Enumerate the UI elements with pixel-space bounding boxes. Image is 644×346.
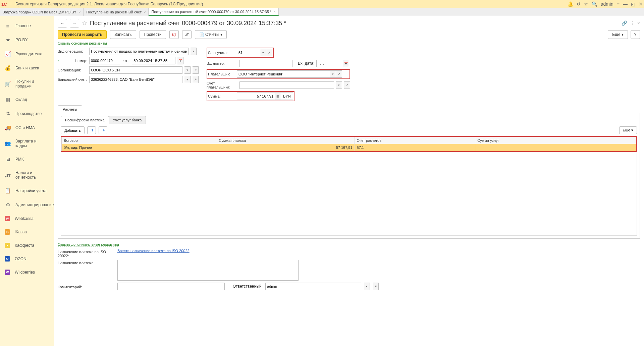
calc-icon[interactable]: ▦: [275, 93, 281, 100]
sidebar-item-7[interactable]: 🚚ОС и НМА: [0, 121, 54, 135]
account-input[interactable]: [237, 49, 260, 56]
sidebar-item-3[interactable]: 💰Банк и касса: [0, 61, 54, 75]
dropdown-icon[interactable]: ▾: [191, 48, 197, 55]
table-more-button[interactable]: Еще ▾: [619, 126, 637, 134]
tab-0[interactable]: Загрузка продаж OZON по месяцам РО.BY ×: [0, 8, 84, 16]
open-icon[interactable]: ↗: [266, 49, 272, 56]
bell-icon[interactable]: 🔔: [568, 1, 573, 7]
cell-service[interactable]: [475, 144, 636, 151]
open-icon[interactable]: ↗: [373, 283, 379, 290]
sidebar-item-1[interactable]: ★РО.BY: [0, 33, 54, 47]
number-input[interactable]: [89, 57, 120, 64]
related-button[interactable]: 🖇: [182, 30, 192, 39]
sidebar-item-10[interactable]: ДтНалоги и отчетность: [0, 166, 54, 184]
sidebar-item-16[interactable]: OOZON: [0, 252, 54, 266]
cell-account[interactable]: 57.1: [355, 144, 475, 151]
dropdown-icon[interactable]: ▾: [336, 81, 342, 89]
close-icon[interactable]: ×: [144, 10, 146, 14]
payer-input[interactable]: [237, 70, 330, 78]
post-and-close-button[interactable]: Провести и закрыть: [58, 30, 107, 39]
dropdown-icon[interactable]: ▾: [364, 283, 370, 290]
inner-tab-bank-services[interactable]: Учет услуг банка: [109, 116, 146, 124]
more-button[interactable]: Еще ▾: [608, 30, 628, 39]
tab-2[interactable]: Поступление на расчетный счет 0000-00047…: [149, 8, 278, 16]
sidebar-item-12[interactable]: ⚙Администрирование: [0, 198, 54, 212]
search-icon[interactable]: 🔍: [592, 1, 597, 7]
in-date-input[interactable]: [316, 60, 341, 67]
menu-icon[interactable]: ≡: [9, 1, 12, 7]
reports-button[interactable]: 📄 Отчеты ▾: [195, 30, 227, 39]
col-account[interactable]: Счет расчетов: [355, 137, 475, 144]
sidebar-item-0[interactable]: ≡Главное: [0, 19, 54, 33]
col-contract[interactable]: Договор: [62, 137, 217, 144]
calendar-icon[interactable]: 📅: [177, 57, 183, 64]
col-amount[interactable]: Сумма платежа: [217, 137, 355, 144]
close-window-icon[interactable]: ✕: [639, 1, 643, 7]
sum-input[interactable]: [237, 93, 275, 100]
sidebar-item-2[interactable]: 📈Руководителю: [0, 47, 54, 61]
history-icon[interactable]: ↺: [577, 1, 581, 7]
sidebar-item-label: Покупки и продажи: [15, 79, 49, 89]
hide-additional-link[interactable]: Скрыть дополнительные реквизиты: [58, 242, 119, 246]
sidebar-item-5[interactable]: ▦Склад: [0, 93, 54, 107]
user-label[interactable]: admin: [601, 1, 613, 7]
calendar-icon[interactable]: 📅: [343, 60, 349, 67]
forward-button[interactable]: →: [70, 19, 79, 27]
cell-amount[interactable]: 57 167,91: [217, 144, 355, 151]
help-button[interactable]: ?: [631, 30, 640, 39]
comment-input[interactable]: [117, 283, 225, 290]
sidebar-item-11[interactable]: 📋Настройки учета: [0, 184, 54, 198]
bank-acc-input[interactable]: [89, 76, 182, 83]
post-button[interactable]: Провести: [140, 30, 166, 39]
restore-icon[interactable]: ◱: [631, 1, 635, 7]
sidebar-item-17[interactable]: WWildberries: [0, 266, 54, 279]
payer-acc-input[interactable]: [239, 81, 334, 89]
sidebar-item-13[interactable]: WWebkassa: [0, 212, 54, 225]
org-input[interactable]: [89, 66, 182, 74]
inner-tab-breakdown[interactable]: Расшифровка платежа: [61, 116, 109, 124]
close-icon[interactable]: ×: [78, 10, 80, 14]
date-input[interactable]: [132, 57, 175, 64]
dt-kt-button[interactable]: Дт: [169, 30, 179, 39]
open-icon[interactable]: ↗: [193, 76, 199, 83]
sum-label: Сумма:: [208, 94, 237, 98]
kebab-icon[interactable]: ⋮: [630, 20, 635, 26]
dropdown-icon[interactable]: ▾: [184, 66, 191, 74]
dropdown-icon[interactable]: ▾: [260, 49, 266, 56]
hide-requisites-link[interactable]: Скрыть основные реквизиты: [58, 41, 107, 45]
settings-icon[interactable]: ≡: [617, 1, 620, 7]
dropdown-icon[interactable]: ▾: [184, 76, 191, 83]
move-down-button[interactable]: ⬇: [99, 126, 107, 134]
write-button[interactable]: Записать: [110, 30, 136, 39]
sidebar-item-4[interactable]: 🛒Покупки и продажи: [0, 75, 54, 93]
table-row[interactable]: б/н, вид: Прочее 57 167,91 57.1: [62, 144, 636, 151]
sidebar-icon: Дт: [5, 172, 11, 178]
col-service[interactable]: Сумма услуг: [475, 137, 636, 144]
iso-link[interactable]: Ввести назначение платежа по ISO 20022: [117, 249, 190, 253]
section-tab-calc[interactable]: Расчеты: [58, 105, 82, 113]
sidebar-item-8[interactable]: 👥Зарплата и кадры: [0, 135, 54, 152]
star-icon[interactable]: ☆: [584, 1, 588, 7]
open-icon[interactable]: ↗: [336, 70, 342, 78]
favorite-icon[interactable]: ☆: [82, 19, 87, 27]
tab-1[interactable]: Поступление на расчетный счет ×: [84, 8, 149, 16]
in-num-input[interactable]: [239, 60, 292, 67]
open-icon[interactable]: ↗: [193, 66, 199, 74]
add-button[interactable]: Добавить: [61, 126, 85, 134]
back-button[interactable]: ←: [58, 19, 67, 27]
close-icon[interactable]: ×: [637, 20, 640, 26]
sidebar-item-6[interactable]: ⚗Производство: [0, 107, 54, 121]
sidebar-item-15[interactable]: ●Каффеста: [0, 239, 54, 252]
sidebar-item-14[interactable]: iKiKassa: [0, 225, 54, 239]
cell-contract[interactable]: б/н, вид: Прочее: [62, 144, 217, 151]
purpose-textarea[interactable]: [117, 260, 299, 281]
open-icon[interactable]: ↗: [344, 81, 350, 89]
op-type-input[interactable]: [89, 48, 189, 55]
minimize-icon[interactable]: —: [623, 1, 628, 7]
link-icon[interactable]: 🔗: [622, 20, 627, 26]
close-icon[interactable]: ×: [273, 10, 275, 14]
move-up-button[interactable]: ⬆: [87, 126, 96, 134]
sidebar-item-9[interactable]: 🖥РМК: [0, 152, 54, 166]
dropdown-icon[interactable]: ▾: [330, 70, 336, 78]
resp-input[interactable]: [265, 283, 361, 290]
